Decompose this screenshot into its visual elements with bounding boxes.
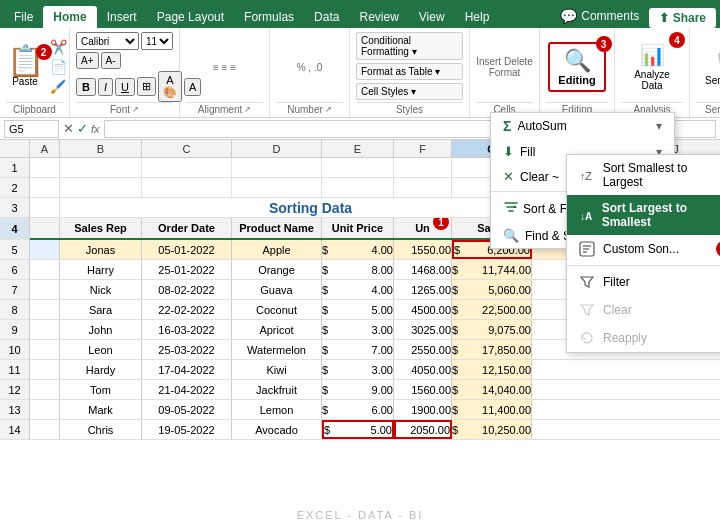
alignment-group: ≡ ≡ ≡ Alignment ↗ [180, 28, 270, 117]
border-button[interactable]: ⊞ [137, 77, 156, 96]
row-header-9[interactable]: 9 [0, 320, 29, 340]
col-header-c[interactable]: C [142, 140, 232, 157]
italic-button[interactable]: I [98, 78, 113, 96]
sort-largest-item[interactable]: ↓A Sort Largest to Smallest [567, 195, 720, 235]
tab-help[interactable]: Help [455, 6, 500, 28]
analyze-data-group: 📊 AnalyzeData 4 Analysis [615, 28, 690, 117]
row-header-1[interactable]: 1 [0, 158, 29, 178]
row-header-8[interactable]: 8 [0, 300, 29, 320]
font-group-label: Font ↗ [76, 102, 173, 115]
col-header-f[interactable]: F [394, 140, 452, 157]
font-size-select[interactable]: 11 [141, 32, 173, 50]
svg-text:↑Z: ↑Z [580, 170, 592, 182]
styles-group-label: Styles [356, 102, 463, 115]
reapply-item[interactable]: Reapply [567, 324, 720, 352]
format-as-table-button[interactable]: Format as Table ▾ [356, 63, 463, 80]
alignment-group-label: Alignment ↗ [186, 102, 263, 115]
col-header-e[interactable]: E [322, 140, 394, 157]
svg-text:↓A: ↓A [580, 211, 592, 222]
cell-styles-button[interactable]: Cell Styles ▾ [356, 83, 463, 100]
sensitivity-group: 🛡️ Sensitivity Sensitivity [690, 28, 720, 117]
header-product-name: Product Name [232, 218, 322, 238]
cells-group: Insert Delete Format Cells [470, 28, 540, 117]
row-header-10[interactable]: 10 [0, 340, 29, 360]
cell-c5[interactable]: 05-01-2022 [142, 240, 232, 259]
cell-f5[interactable]: 1550.00 [394, 240, 452, 259]
number-group-label: Number ↗ [276, 102, 343, 115]
tab-page-layout[interactable]: Page Layout [147, 6, 234, 28]
styles-group: Conditional Formatting ▾ Format as Table… [350, 28, 470, 117]
custom-sort-badge: 5 [716, 241, 720, 257]
confirm-formula-icon[interactable]: ✓ [77, 121, 88, 136]
row-header-2[interactable]: 2 [0, 178, 29, 198]
number-group: % , .0 Number ↗ [270, 28, 350, 117]
autosum-item[interactable]: Σ AutoSum▾ [491, 113, 674, 139]
underline-button[interactable]: U [115, 78, 135, 96]
row-header-4[interactable]: 4 [0, 218, 29, 240]
row-header-3[interactable]: 3 [0, 198, 29, 218]
cancel-formula-icon[interactable]: ✕ [63, 121, 74, 136]
editing-group: 🔍 Editing 3 Editing [540, 28, 615, 117]
cut-button[interactable]: ✂️ [50, 39, 67, 55]
row-header-13[interactable]: 13 [0, 400, 29, 420]
col-header-b[interactable]: B [60, 140, 142, 157]
col-header-d[interactable]: D [232, 140, 322, 157]
format-painter-button[interactable]: 🖌️ [50, 79, 67, 94]
tab-file[interactable]: File [4, 6, 43, 28]
tab-formulas[interactable]: Formulas [234, 6, 304, 28]
clipboard-label: Clipboard [6, 102, 63, 115]
clear-filter-item[interactable]: Clear [567, 296, 720, 324]
header-unit-price: Unit Price [322, 218, 394, 238]
row-header-6[interactable]: 6 [0, 260, 29, 280]
tab-view[interactable]: View [409, 6, 455, 28]
filter-item[interactable]: Filter [567, 268, 720, 296]
tab-insert[interactable]: Insert [97, 6, 147, 28]
col-header-a[interactable]: A [30, 140, 60, 157]
font-name-select[interactable]: Calibri [76, 32, 139, 50]
row-header-11[interactable]: 11 [0, 360, 29, 380]
custom-sort-item[interactable]: Custom Son... 5 [567, 235, 720, 263]
paste-button[interactable]: 📋 Paste 2 [3, 44, 48, 89]
cell-reference-box[interactable] [4, 120, 59, 138]
row-header-14[interactable]: 14 [0, 420, 29, 440]
increase-font-button[interactable]: A+ [76, 52, 99, 69]
font-group: Calibri 11 A+ A- B I U ⊞ A🎨 A Font ↗ [70, 28, 180, 117]
sort-smallest-item[interactable]: ↑Z Sort Smallest to Largest [567, 155, 720, 195]
sort-submenu: ↑Z Sort Smallest to Largest ↓A Sort Larg… [566, 154, 720, 353]
insert-function-icon[interactable]: fx [91, 123, 100, 135]
conditional-formatting-button[interactable]: Conditional Formatting ▾ [356, 32, 463, 60]
tab-data[interactable]: Data [304, 6, 349, 28]
watermark: EXCEL - DATA - BI [297, 509, 424, 521]
comments-button[interactable]: 💬Comments [550, 4, 649, 28]
clipboard-group: 📋 Paste 2 ✂️ 📄 🖌️ Clipboard [0, 28, 70, 117]
cell-b5[interactable]: Jonas [60, 240, 142, 259]
tab-review[interactable]: Review [349, 6, 408, 28]
bold-button[interactable]: B [76, 78, 96, 96]
cell-e5[interactable]: $ 4.00 [322, 240, 394, 259]
header-order-date: Order Date [142, 218, 232, 238]
row-header-7[interactable]: 7 [0, 280, 29, 300]
share-button[interactable]: ⬆ Share [649, 8, 716, 28]
tab-home[interactable]: Home [43, 6, 96, 28]
row-header-5[interactable]: 5 [0, 240, 29, 260]
copy-button[interactable]: 📄 [50, 59, 67, 75]
header-units: Un1 [394, 218, 452, 238]
decrease-font-button[interactable]: A- [101, 52, 121, 69]
cell-d5[interactable]: Apple [232, 240, 322, 259]
editing-button[interactable]: 🔍 Editing 3 [548, 42, 605, 92]
fill-color-button[interactable]: A🎨 [158, 71, 182, 102]
row-header-12[interactable]: 12 [0, 380, 29, 400]
sensitivity-group-label: Sensitivity [696, 102, 720, 115]
header-sales-rep: Sales Rep [60, 218, 142, 238]
sheet-title-cell: Sorting Data [60, 198, 562, 217]
